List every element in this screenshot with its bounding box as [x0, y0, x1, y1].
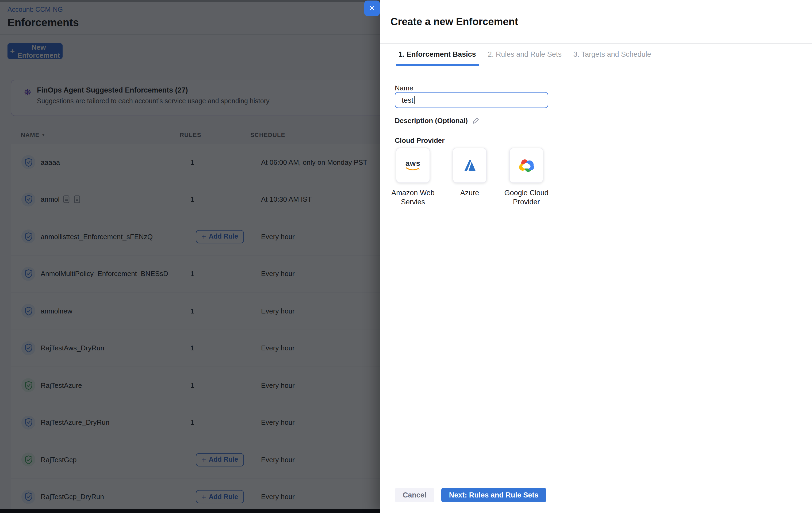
azure-logo-icon: [462, 158, 477, 172]
provider-label-aws: Amazon Web Servies: [383, 188, 442, 206]
name-input[interactable]: test: [395, 92, 548, 108]
close-drawer-button[interactable]: ✕: [364, 1, 380, 16]
gcp-logo-icon: [518, 158, 535, 172]
name-label: Name: [395, 84, 413, 92]
close-icon: ✕: [369, 4, 375, 12]
provider-card-gcp[interactable]: [509, 148, 544, 183]
name-input-value: test: [402, 96, 413, 104]
text-cursor: [414, 96, 415, 104]
provider-label-azure: Azure: [440, 188, 499, 197]
aws-logo-icon: aws: [405, 159, 421, 171]
tab-enforcement-basics[interactable]: 1. Enforcement Basics: [396, 44, 479, 66]
cloud-provider-label: Cloud Provider: [395, 136, 444, 144]
wizard-tabs: 1. Enforcement Basics 2. Rules and Rule …: [380, 44, 812, 66]
edit-pencil-icon[interactable]: [472, 117, 479, 124]
provider-label-gcp: Google Cloud Provider: [497, 188, 556, 206]
cancel-button[interactable]: Cancel: [395, 488, 434, 502]
tab-rules-and-rule-sets[interactable]: 2. Rules and Rule Sets: [485, 44, 564, 66]
description-label: Description (Optional): [395, 117, 479, 125]
next-rules-button[interactable]: Next: Rules and Rule Sets: [441, 488, 546, 502]
tab-targets-and-schedule[interactable]: 3. Targets and Schedule: [571, 44, 654, 66]
provider-card-aws[interactable]: aws: [396, 148, 430, 183]
app-root: Account: CCM-NG Enforcements + New Enfor…: [0, 0, 812, 513]
create-enforcement-drawer: ✕ Create a new Enforcement 1. Enforcemen…: [380, 0, 812, 513]
provider-card-azure[interactable]: [453, 148, 487, 183]
drawer-title: Create a new Enforcement: [390, 16, 518, 28]
